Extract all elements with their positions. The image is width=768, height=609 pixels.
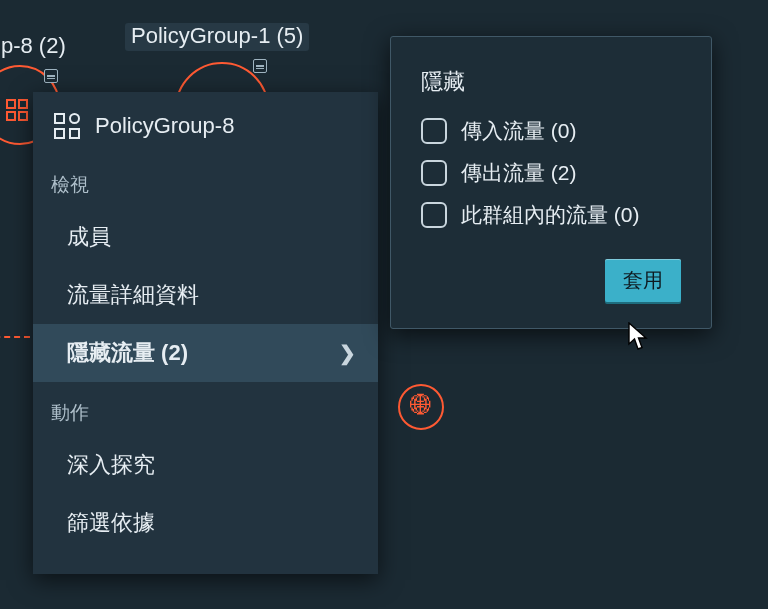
popover-title: 隱藏 [421, 67, 681, 97]
svg-rect-4 [55, 114, 64, 123]
group-grid-icon [53, 112, 81, 140]
menu-item-label: 深入探究 [67, 450, 155, 480]
apply-button[interactable]: 套用 [605, 259, 681, 302]
menu-item-filter-by[interactable]: 篩選依據 [33, 494, 378, 552]
context-menu: PolicyGroup-8 檢視 成員 流量詳細資料 隱藏流量 (2) ❯ 動作… [33, 92, 378, 574]
svg-rect-2 [19, 100, 27, 108]
globe-icon: 🌐︎ [410, 395, 432, 417]
menu-item-drill-down[interactable]: 深入探究 [33, 436, 378, 494]
checkbox-intra-group[interactable]: 此群組內的流量 (0) [421, 201, 681, 229]
node-marker-left [44, 69, 58, 83]
section-label-view: 檢視 [33, 154, 378, 208]
menu-item-hidden-traffic[interactable]: 隱藏流量 (2) ❯ [33, 324, 378, 382]
svg-rect-3 [19, 112, 27, 120]
svg-rect-1 [7, 112, 15, 120]
menu-item-label: 隱藏流量 (2) [67, 338, 188, 368]
network-canvas[interactable]: Group-8 (2) PolicyGroup-1 (5) 🌐︎ [0, 0, 768, 609]
checkbox-incoming[interactable]: 傳入流量 (0) [421, 117, 681, 145]
edge-dotted [0, 336, 30, 338]
menu-item-label: 篩選依據 [67, 508, 155, 538]
node-glyph-left [6, 99, 30, 123]
context-menu-title: PolicyGroup-8 [95, 113, 234, 139]
checkbox-label: 此群組內的流量 (0) [461, 201, 640, 229]
svg-rect-0 [7, 100, 15, 108]
section-label-actions: 動作 [33, 382, 378, 436]
chevron-right-icon: ❯ [339, 341, 356, 365]
svg-rect-6 [70, 129, 79, 138]
node-marker-center [253, 59, 267, 73]
svg-rect-5 [55, 129, 64, 138]
checkbox-outgoing[interactable]: 傳出流量 (2) [421, 159, 681, 187]
svg-point-7 [70, 114, 79, 123]
checkbox-box [421, 202, 447, 228]
checkbox-box [421, 160, 447, 186]
checkbox-box [421, 118, 447, 144]
hide-traffic-popover: 隱藏 傳入流量 (0) 傳出流量 (2) 此群組內的流量 (0) 套用 [390, 36, 712, 329]
menu-item-label: 流量詳細資料 [67, 280, 199, 310]
menu-item-label: 成員 [67, 222, 111, 252]
menu-item-members[interactable]: 成員 [33, 208, 378, 266]
node-label-policygroup-1: PolicyGroup-1 (5) [125, 23, 309, 51]
context-menu-header: PolicyGroup-8 [33, 92, 378, 154]
menu-item-traffic-details[interactable]: 流量詳細資料 [33, 266, 378, 324]
node-label-group-8: Group-8 (2) [0, 33, 66, 59]
checkbox-label: 傳出流量 (2) [461, 159, 577, 187]
checkbox-label: 傳入流量 (0) [461, 117, 577, 145]
